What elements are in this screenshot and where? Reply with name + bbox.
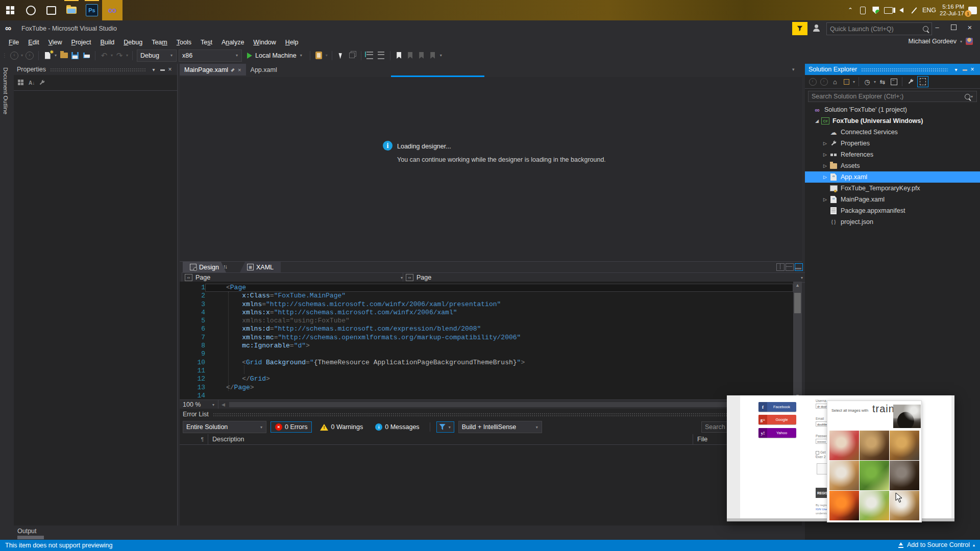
expand-icon[interactable]: ▷ <box>821 141 829 146</box>
solution-platform-dropdown[interactable]: x86▾ <box>179 49 242 62</box>
messages-filter-button[interactable]: i0 Messages <box>371 421 423 433</box>
tree-item-package-appxmanifest[interactable]: Package.appxmanifest <box>805 205 980 216</box>
captcha-image-salad-plate[interactable] <box>860 491 889 520</box>
solution-explorer-search-input[interactable]: Search Solution Explorer (Ctrl+;) ▾ <box>808 91 977 102</box>
expand-icon[interactable]: ▷ <box>821 174 829 180</box>
swap-panes-icon[interactable]: ↑↓ <box>223 263 227 269</box>
defender-shield-icon[interactable] <box>871 6 880 15</box>
close-button[interactable]: × <box>962 20 978 34</box>
google-login-button[interactable]: g+Google <box>758 415 796 424</box>
menu-test[interactable]: Test <box>196 38 217 47</box>
back-icon[interactable]: ‹ <box>807 77 818 87</box>
start-debug-button[interactable]: Local Machine ▾ <box>244 52 306 59</box>
captcha-image-strawberry-cake[interactable] <box>829 431 859 460</box>
tree-item-foxtube-temporarykey-pfx[interactable]: FoxTube_TemporaryKey.pfx <box>805 183 980 194</box>
chevron-down-icon[interactable]: ▾ <box>874 80 876 84</box>
volume-icon[interactable] <box>897 6 906 15</box>
menu-file[interactable]: File <box>4 38 23 47</box>
collapse-pane-icon[interactable] <box>795 263 803 271</box>
menu-build[interactable]: Build <box>96 38 119 47</box>
xaml-code-editor[interactable]: 1<Page2 x:Class="FoxTube.MainPage"3 xmln… <box>180 282 793 399</box>
cortana-button[interactable] <box>20 0 41 20</box>
scrollbar-thumb[interactable] <box>794 293 801 313</box>
photoshop-button[interactable]: Ps <box>82 0 102 20</box>
warnings-filter-button[interactable]: 0 Warnings <box>316 421 367 433</box>
code-line-1[interactable]: 1<Page <box>180 284 793 292</box>
tab-xaml[interactable]: ▩ XAML <box>240 262 281 272</box>
feedback-button[interactable] <box>792 22 807 35</box>
user-menu[interactable]: Michael Gordeev ▾ <box>908 38 973 45</box>
toggle-bookmark-icon[interactable] <box>395 51 404 60</box>
horizontal-scrollbar-thumb[interactable] <box>229 402 780 407</box>
task-view-button[interactable] <box>41 0 61 20</box>
show-all-files-icon[interactable] <box>917 76 928 87</box>
captcha-image-salad[interactable] <box>860 461 889 490</box>
expand-icon[interactable]: ▷ <box>821 152 829 157</box>
sign-in-person-icon[interactable] <box>812 24 821 33</box>
error-list-title-bar[interactable]: Error List <box>180 409 802 420</box>
file-explorer-button[interactable] <box>61 0 82 20</box>
tree-item-project-json[interactable]: { }project.json <box>805 216 980 228</box>
forward-icon[interactable]: › <box>819 77 829 87</box>
yahoo-login-button[interactable]: y!Yahoo <box>758 428 796 438</box>
code-line-4[interactable]: 4 xmlns:x="http://schemas.microsoft.com/… <box>180 309 793 317</box>
visual-studio-button[interactable]: ∞ <box>102 0 122 20</box>
menu-window[interactable]: Window <box>249 38 280 47</box>
collapse-all-icon[interactable] <box>889 77 899 87</box>
captcha-image-pancakes[interactable] <box>890 431 919 460</box>
usb-icon[interactable] <box>859 6 868 15</box>
column-description[interactable]: Description <box>208 434 693 444</box>
properties-panel-title-bar[interactable]: Properties ▾ × <box>14 64 177 75</box>
severity-column-icon[interactable]: ¶ <box>180 434 208 444</box>
undo-icon[interactable]: ↶ <box>100 51 109 60</box>
pen-icon[interactable] <box>910 6 919 15</box>
close-icon[interactable]: × <box>238 67 241 73</box>
clear-bookmarks-icon[interactable] <box>428 51 437 60</box>
facebook-login-button[interactable]: fFacebook <box>758 402 796 412</box>
format-selection-icon[interactable] <box>377 51 386 60</box>
add-to-source-control-button[interactable]: Add to Source Control ▴ <box>898 541 975 548</box>
copy-icon[interactable] <box>348 51 357 60</box>
scroll-left-icon[interactable]: ◀ <box>222 402 225 407</box>
redo-icon[interactable]: ↷ <box>115 51 124 60</box>
close-icon[interactable]: × <box>166 66 174 73</box>
chevron-down-icon[interactable]: ▾ <box>126 53 128 58</box>
pending-changes-filter-icon[interactable]: ◷ <box>862 77 872 87</box>
language-indicator[interactable]: ENG <box>922 7 936 14</box>
tree-item-app-xaml[interactable]: ▷‹›App.xaml <box>805 171 980 183</box>
chevron-down-icon[interactable]: ▾ <box>326 53 328 58</box>
zoom-level-dropdown[interactable]: 100 %▾ <box>180 400 218 409</box>
menu-tools[interactable]: Tools <box>172 38 196 47</box>
error-scope-dropdown[interactable]: Entire Solution▾ <box>183 421 266 433</box>
doc-tab-mainpage.xaml[interactable]: MainPage.xaml▮× <box>180 64 246 76</box>
captcha-image-coffee-beans[interactable] <box>890 461 919 490</box>
captcha-image-breakfast-plate[interactable] <box>829 461 859 490</box>
window-position-icon[interactable]: ▾ <box>150 67 158 72</box>
captcha-image-coffee-cookie[interactable] <box>890 491 919 520</box>
navigate-back-icon[interactable]: ‹ <box>10 51 19 60</box>
alphabetical-sort-icon[interactable]: A↓ <box>29 80 35 86</box>
filter-button[interactable]: ✱▾ <box>436 421 454 433</box>
split-vertical-icon[interactable] <box>776 263 785 271</box>
quick-launch-input[interactable]: Quick Launch (Ctrl+Q) <box>826 22 932 35</box>
doc-tab-app.xaml[interactable]: App.xaml <box>246 64 282 76</box>
action-center-icon[interactable]: 1 <box>968 6 977 15</box>
menu-project[interactable]: Project <box>67 38 96 47</box>
tray-expand-icon[interactable]: ⌃ <box>846 6 855 15</box>
tree-item-solution-foxtube-1-project[interactable]: ∞Solution 'FoxTube' (1 project) <box>805 104 980 115</box>
open-file-icon[interactable] <box>59 51 68 60</box>
code-line-10[interactable]: 10 <Grid Background="{ThemeResource Appl… <box>180 359 793 367</box>
menu-team[interactable]: Team <box>147 38 172 47</box>
code-line-11[interactable]: 11 <box>180 367 793 375</box>
scroll-up-icon[interactable]: ▲ <box>793 283 802 288</box>
chevron-down-icon[interactable]: ▾ <box>111 53 113 58</box>
navigate-forward-icon[interactable]: › <box>25 51 34 60</box>
chevron-down-icon[interactable]: ▾ <box>853 80 855 84</box>
split-horizontal-icon[interactable] <box>786 263 794 271</box>
menu-view[interactable]: View <box>44 38 67 47</box>
categorized-icon[interactable] <box>18 80 24 86</box>
document-outline-tab[interactable]: Document Outline <box>3 67 9 114</box>
build-intellisense-dropdown[interactable]: Build + IntelliSense▾ <box>458 421 542 433</box>
tab-design[interactable]: Design <box>183 262 226 272</box>
switch-views-icon[interactable] <box>841 77 851 87</box>
